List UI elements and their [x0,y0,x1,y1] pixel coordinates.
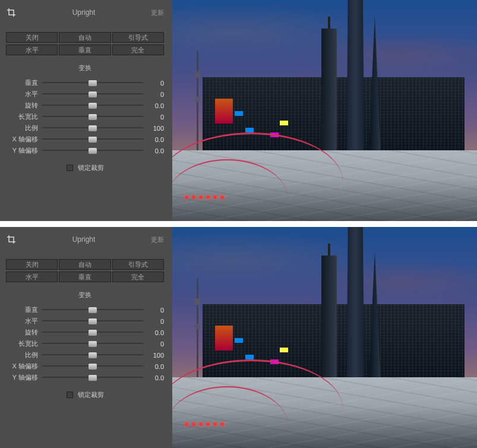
upright-mode-button[interactable]: 水平 [6,272,58,282]
slider-value: 0.0 [144,374,164,381]
slider-row: X 轴偏移 0.0 [6,361,164,372]
slider-track[interactable] [42,102,144,110]
preview-before [172,0,477,221]
slider-row: 水平 0 [6,316,164,327]
slider-thumb[interactable] [89,352,97,358]
slider-thumb[interactable] [89,114,97,120]
slider-row: Y 轴偏移 0.0 [6,372,164,383]
upright-mode-button[interactable]: 完全 [112,45,164,55]
section-title: 变换 [6,291,164,299]
upright-mode-button[interactable]: 关闭 [6,259,58,270]
slider-track[interactable] [42,135,144,144]
slider-thumb[interactable] [89,148,97,154]
upright-mode-button[interactable]: 关闭 [6,32,58,43]
upright-mode-button[interactable]: 完全 [112,272,164,282]
slider-thumb[interactable] [89,137,97,143]
slider-label: 旋转 [6,328,42,337]
lock-crop-label: 锁定裁剪 [78,163,104,172]
slider-thumb[interactable] [89,307,97,313]
slider-label: 水平 [6,317,42,326]
slider-row: 垂直 0 [6,304,164,316]
slider-track[interactable] [42,79,144,87]
slider-thumb[interactable] [89,375,97,381]
upright-mode-button[interactable]: 自动 [59,32,110,43]
slider-label: X 轴偏移 [6,362,42,371]
slider-track[interactable] [42,329,144,337]
slider-label: 旋转 [6,101,42,110]
slider-value: 0.0 [144,329,164,336]
slider-row: 水平 0 [6,89,164,100]
slider-label: 水平 [6,90,42,99]
slider-label: 比例 [6,351,42,359]
slider-thumb[interactable] [89,364,97,370]
slider-thumb[interactable] [89,80,97,86]
lock-crop-label: 锁定裁剪 [78,390,104,399]
slider-row: 旋转 0.0 [6,327,164,338]
slider-label: 垂直 [6,78,42,87]
slider-row: X 轴偏移 0.0 [6,134,164,145]
lock-crop-checkbox[interactable] [67,165,73,171]
slider-thumb[interactable] [89,125,97,131]
upright-mode-button[interactable]: 自动 [59,259,110,270]
transform-panel: Upright 更新关闭自动引导式水平垂直完全变换 垂直 0 水平 0 旋转 0… [0,0,172,221]
slider-track[interactable] [42,147,144,155]
panel-title: Upright [17,8,151,17]
slider-thumb[interactable] [89,330,97,336]
slider-row: 垂直 0 [6,77,164,89]
slider-label: 长宽比 [6,339,42,348]
upright-mode-button[interactable]: 垂直 [59,45,110,55]
slider-label: Y 轴偏移 [6,373,42,382]
slider-value: 0.0 [144,136,164,143]
upright-mode-button[interactable]: 引导式 [112,32,164,43]
upright-mode-button[interactable]: 水平 [6,45,58,55]
slider-track[interactable] [42,124,144,132]
slider-label: 垂直 [6,305,42,314]
transform-panel: Upright 更新关闭自动引导式水平垂直完全变换 垂直 0 水平 0 旋转 0… [0,227,172,448]
slider-row: 比例 100 [6,349,164,361]
upright-mode-button[interactable]: 引导式 [112,259,164,270]
update-link[interactable]: 更新 [151,8,164,17]
slider-value: 0.0 [144,102,164,109]
slider-track[interactable] [42,90,144,99]
preview-after [172,227,477,448]
section-title: 变换 [6,64,164,72]
slider-row: 长宽比 0 [6,111,164,122]
slider-value: 0 [144,318,164,325]
slider-label: Y 轴偏移 [6,146,42,155]
slider-row: 长宽比 0 [6,338,164,349]
slider-label: X 轴偏移 [6,135,42,144]
slider-value: 100 [144,352,164,359]
panel-title: Upright [17,235,151,244]
slider-value: 0.0 [144,147,164,154]
slider-value: 0.0 [144,363,164,370]
slider-thumb[interactable] [89,103,97,109]
slider-track[interactable] [42,374,144,382]
slider-value: 0 [144,340,164,348]
crop-icon[interactable] [6,234,17,245]
slider-row: Y 轴偏移 0.0 [6,145,164,156]
slider-label: 长宽比 [6,112,42,121]
slider-value: 0 [144,113,164,121]
slider-thumb[interactable] [89,92,97,97]
upright-mode-button[interactable]: 垂直 [59,272,110,282]
slider-label: 比例 [6,124,42,132]
slider-value: 0 [144,80,164,87]
slider-thumb[interactable] [89,341,97,347]
slider-value: 0 [144,91,164,98]
slider-track[interactable] [42,306,144,314]
slider-row: 旋转 0.0 [6,100,164,111]
slider-track[interactable] [42,113,144,121]
slider-track[interactable] [42,317,144,326]
slider-thumb[interactable] [89,318,97,324]
lock-crop-checkbox[interactable] [67,392,73,398]
slider-track[interactable] [42,351,144,359]
slider-value: 100 [144,125,164,132]
crop-icon[interactable] [6,7,17,18]
slider-value: 0 [144,307,164,314]
slider-track[interactable] [42,340,144,348]
slider-row: 比例 100 [6,122,164,134]
slider-track[interactable] [42,362,144,371]
update-link[interactable]: 更新 [151,235,164,244]
